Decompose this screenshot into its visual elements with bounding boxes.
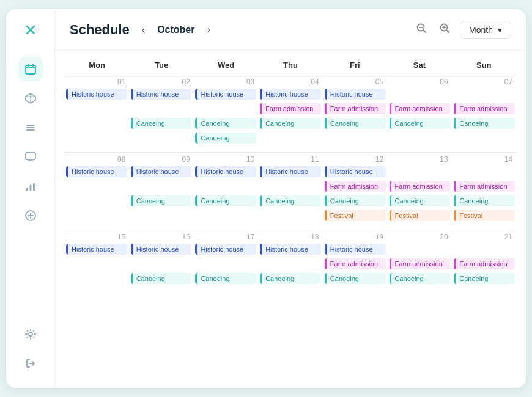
event-farm-admission[interactable]: Farm admission — [390, 103, 451, 114]
app-logo — [22, 21, 39, 42]
date-08: 08 — [65, 155, 129, 165]
search-icon-zoom-out[interactable] — [413, 20, 429, 39]
event-canoeing[interactable]: Canoeing — [131, 273, 192, 284]
event-canoeing[interactable]: Canoeing — [325, 118, 386, 129]
calendar-view: Mon Tue Wed Thu Fri Sat Sun 01 02 03 04 … — [55, 51, 526, 388]
event-historic-house[interactable]: Historic house — [195, 244, 256, 255]
next-month-button[interactable]: › — [202, 22, 215, 38]
event-canoeing[interactable]: Canoeing — [131, 118, 192, 129]
event-historic-house[interactable]: Historic house — [325, 89, 386, 100]
event-farm-admission[interactable]: Farm admission — [325, 181, 386, 192]
event-cell: Farm admission — [388, 257, 452, 271]
event-historic-house[interactable]: Historic house — [195, 89, 256, 100]
event-cell: Historic house — [323, 165, 387, 178]
event-cell: Historic house — [259, 242, 322, 256]
event-cell: Festival — [453, 209, 516, 222]
event-cell: Historic house — [259, 165, 322, 178]
event-canoeing[interactable]: Canoeing — [195, 273, 256, 284]
event-cell: Festival — [388, 209, 452, 222]
event-canoeing[interactable]: Canoeing — [195, 195, 256, 206]
event-cell — [65, 209, 128, 222]
event-cell — [453, 242, 516, 256]
logout-icon[interactable] — [18, 351, 43, 376]
event-row: Canoeing Canoeing Canoeing Canoeing Cano… — [65, 272, 516, 285]
main-content: Schedule ‹ October › — [55, 9, 526, 388]
event-canoeing[interactable]: Canoeing — [454, 195, 515, 206]
day-headers: Mon Tue Wed Thu Fri Sat Sun — [65, 51, 516, 75]
calendar-icon[interactable] — [18, 57, 43, 81]
add-icon[interactable] — [18, 203, 43, 228]
date-03: 03 — [194, 78, 258, 87]
chevron-down-icon: ▾ — [498, 25, 502, 35]
event-cell: Historic house — [130, 87, 193, 101]
prev-month-button[interactable]: ‹ — [137, 22, 150, 38]
event-historic-house[interactable]: Historic house — [66, 166, 127, 177]
cube-icon[interactable] — [18, 86, 43, 111]
event-row: Canoeing Canoeing Canoeing Canoeing Cano… — [65, 194, 516, 208]
event-historic-house[interactable]: Historic house — [131, 166, 192, 177]
event-farm-admission[interactable]: Farm admission — [454, 181, 515, 192]
event-canoeing[interactable]: Canoeing — [260, 195, 321, 206]
event-cell: Farm admission — [453, 102, 516, 115]
event-cell: Historic house — [323, 242, 387, 256]
event-farm-admission[interactable]: Farm admission — [390, 258, 451, 269]
event-farm-admission[interactable]: Farm admission — [325, 258, 386, 269]
event-row: Festival Festival Festival — [65, 209, 516, 222]
date-18: 18 — [258, 233, 322, 242]
event-canoeing[interactable]: Canoeing — [325, 195, 386, 206]
date-07: 07 — [452, 78, 516, 87]
chat-icon[interactable] — [18, 145, 43, 169]
event-farm-admission[interactable]: Farm admission — [325, 103, 386, 114]
search-icon-zoom-in[interactable] — [437, 20, 453, 39]
settings-icon[interactable] — [18, 322, 43, 346]
event-canoeing[interactable]: Canoeing — [260, 273, 321, 284]
event-historic-house[interactable]: Historic house — [260, 166, 321, 177]
chart-icon[interactable] — [18, 174, 43, 198]
date-01: 01 — [65, 78, 129, 87]
date-09: 09 — [129, 155, 193, 165]
event-canoeing[interactable]: Canoeing — [390, 273, 451, 284]
event-canoeing[interactable]: Canoeing — [454, 273, 515, 284]
event-cell: Canoeing — [453, 272, 516, 285]
event-festival[interactable]: Festival — [454, 210, 515, 221]
event-historic-house[interactable]: Historic house — [325, 166, 386, 177]
event-canoeing[interactable]: Canoeing — [454, 118, 515, 129]
event-canoeing[interactable]: Canoeing — [260, 118, 321, 129]
event-historic-house[interactable]: Historic house — [131, 89, 192, 100]
event-canoeing[interactable]: Canoeing — [390, 118, 451, 129]
event-historic-house[interactable]: Historic house — [66, 244, 127, 255]
event-historic-house[interactable]: Historic house — [325, 244, 386, 255]
event-cell — [65, 180, 128, 193]
event-farm-admission[interactable]: Farm admission — [454, 103, 515, 114]
view-dropdown[interactable]: Month ▾ — [460, 21, 511, 39]
event-festival[interactable]: Festival — [390, 210, 451, 221]
event-festival[interactable]: Festival — [325, 210, 386, 221]
event-farm-admission[interactable]: Farm admission — [454, 258, 515, 269]
event-cell — [259, 180, 322, 193]
event-cell — [388, 165, 452, 178]
event-historic-house[interactable]: Historic house — [131, 244, 192, 255]
event-historic-house[interactable]: Historic house — [195, 166, 256, 177]
header: Schedule ‹ October › — [55, 9, 526, 51]
list-icon[interactable] — [18, 115, 43, 140]
event-cell: Canoeing — [194, 131, 257, 145]
date-06: 06 — [387, 78, 451, 87]
event-canoeing[interactable]: Canoeing — [195, 133, 256, 144]
event-cell — [453, 165, 516, 178]
event-canoeing[interactable]: Canoeing — [390, 195, 451, 206]
event-canoeing[interactable]: Canoeing — [131, 195, 192, 206]
event-farm-admission[interactable]: Farm admission — [260, 103, 321, 114]
event-historic-house[interactable]: Historic house — [260, 244, 321, 255]
event-cell — [65, 194, 128, 208]
event-historic-house[interactable]: Historic house — [260, 89, 321, 100]
event-canoeing[interactable]: Canoeing — [195, 118, 256, 129]
event-row: Farm admission Farm admission Farm admis… — [65, 180, 516, 193]
current-month: October — [157, 24, 194, 35]
event-cell — [194, 102, 257, 115]
event-canoeing[interactable]: Canoeing — [325, 273, 386, 284]
day-header-sat: Sat — [387, 58, 451, 72]
event-historic-house[interactable]: Historic house — [66, 89, 127, 100]
day-header-thu: Thu — [258, 58, 322, 72]
event-farm-admission[interactable]: Farm admission — [390, 181, 451, 192]
event-cell: Canoeing — [194, 117, 257, 130]
